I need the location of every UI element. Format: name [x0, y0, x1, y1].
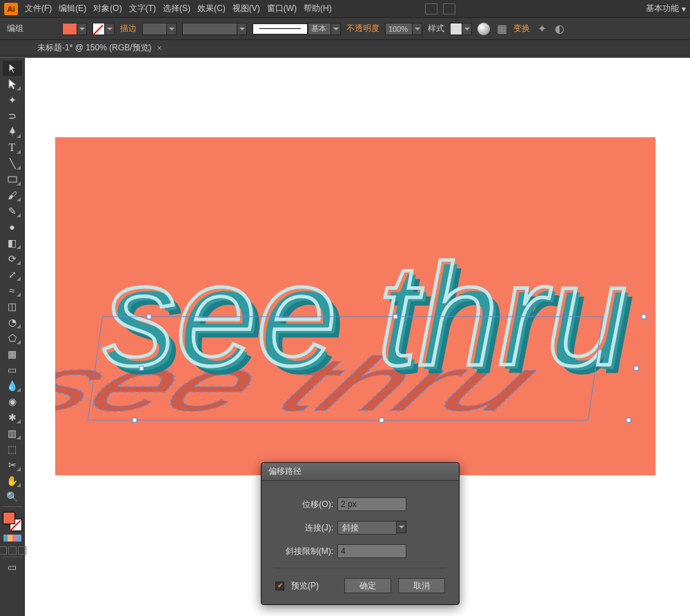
menu-view[interactable]: 视图(V): [233, 3, 260, 14]
tool-panel: ✦ ⊃ T ╲ 🖌 ✎ ● ◧ ⟳ ⤢ ≈ ◫ ◔ ⬠ ▦ ▭ 💧 ◉ ✱ ▥ …: [0, 58, 25, 616]
stroke-weight-field[interactable]: [142, 23, 167, 35]
style-label: 样式: [428, 23, 444, 34]
stroke-preview: [253, 23, 308, 34]
join-label: 连接(J):: [275, 522, 337, 534]
svg-rect-4: [147, 315, 151, 319]
transform-link[interactable]: 变换: [513, 23, 530, 34]
layout-icon-2[interactable]: [443, 3, 455, 14]
svg-rect-6: [642, 315, 646, 319]
var-width-control[interactable]: [182, 23, 247, 35]
document-tab[interactable]: 未标题-1* @ 150% (RGB/预览) ×: [30, 42, 169, 54]
menu-select[interactable]: 选择(S): [163, 3, 190, 14]
opacity-control[interactable]: 100%: [385, 23, 422, 35]
offset-label: 位移(O):: [275, 499, 337, 510]
opacity-field[interactable]: 100%: [385, 23, 413, 35]
main-text-group: see thru see thru see thru: [103, 234, 635, 404]
stroke-color-dd-arrow: [105, 23, 115, 35]
stroke-link[interactable]: 描边: [120, 23, 137, 34]
document-title: 未标题-1* @ 150% (RGB/预览): [37, 42, 152, 54]
none-swatch: [92, 23, 105, 35]
var-width-field: [182, 23, 237, 35]
document-tab-bar: 未标题-1* @ 150% (RGB/预览) ×: [0, 40, 690, 57]
var-width-arrow: [237, 23, 247, 35]
selection-tool[interactable]: [3, 61, 22, 76]
svg-rect-5: [393, 315, 397, 319]
draw-mode-icons[interactable]: [0, 546, 26, 555]
opacity-link[interactable]: 不透明度: [346, 23, 379, 34]
join-value: 斜接: [337, 521, 397, 535]
fill-dd-arrow: [77, 23, 87, 35]
join-select-arrow: [397, 521, 406, 533]
join-select[interactable]: 斜接: [337, 521, 406, 535]
cancel-button[interactable]: 取消: [398, 578, 445, 593]
stroke-color-control[interactable]: [92, 23, 115, 35]
stroke-weight-arrow: [167, 23, 177, 35]
svg-rect-11: [634, 366, 638, 370]
edit-icon[interactable]: ◐: [553, 23, 566, 35]
style-arrow: [462, 23, 472, 35]
mesh-tool[interactable]: ▦: [3, 346, 22, 361]
workspace-label-text: 基本功能: [646, 3, 679, 14]
align-icon[interactable]: ▦: [495, 23, 508, 35]
opacity-arrow: [413, 23, 422, 35]
magic-wand-tool[interactable]: ✦: [3, 92, 22, 108]
menu-edit[interactable]: 编辑(E): [59, 3, 86, 14]
check-mark-icon: ✔: [277, 582, 283, 589]
menu-file[interactable]: 文件(F): [25, 3, 52, 14]
fill-indicator: [3, 512, 15, 524]
menu-help[interactable]: 帮助(H): [304, 3, 332, 14]
miter-label: 斜接限制(M):: [275, 546, 337, 557]
lasso-tool[interactable]: ⊃: [3, 108, 22, 123]
screen-mode-tool[interactable]: ▭: [3, 559, 22, 575]
artboard: see thru see thru see thru see thru: [55, 137, 656, 475]
layout-icon-1[interactable]: [425, 3, 437, 14]
style-control[interactable]: [450, 23, 472, 35]
stroke-style-label: 基本: [308, 23, 331, 35]
svg-rect-7: [132, 418, 137, 422]
fill-stroke-indicator[interactable]: [3, 512, 22, 531]
zoom-tool[interactable]: 🔍: [3, 489, 22, 504]
svg-rect-12: [8, 177, 17, 182]
blob-brush-tool[interactable]: ●: [3, 219, 22, 235]
menu-window[interactable]: 窗口(W): [267, 3, 297, 14]
recolor-icon[interactable]: [477, 23, 490, 35]
preview-checkbox[interactable]: ✔: [275, 582, 284, 590]
gradient-tool[interactable]: ▭: [3, 362, 22, 377]
isolate-icon[interactable]: ✦: [535, 23, 548, 35]
svg-rect-8: [379, 418, 384, 422]
menu-bar: Ai 文件(F) 编辑(E) 对象(O) 文字(T) 选择(S) 效果(C) 视…: [0, 0, 690, 17]
style-swatch: [450, 23, 462, 35]
stroke-weight-control[interactable]: [142, 23, 177, 35]
options-bar: 编组 描边 基本 不透明度 100% 样式 ▦ 变换 ✦ ◐: [0, 17, 690, 40]
ok-button[interactable]: 确定: [344, 578, 391, 593]
brush-profile-control[interactable]: 基本: [253, 23, 341, 35]
svg-rect-9: [627, 418, 631, 422]
color-strip[interactable]: [3, 535, 21, 542]
svg-rect-10: [139, 366, 144, 370]
menu-type[interactable]: 文字(T): [129, 3, 156, 14]
offset-input[interactable]: [337, 497, 406, 511]
menu-object[interactable]: 对象(O): [93, 3, 121, 14]
offset-path-dialog: 偏移路径 位移(O): 连接(J): 斜接 斜接限制(M): ✔ 预览(P) 确…: [261, 462, 460, 605]
fill-color-control[interactable]: [62, 23, 87, 35]
artboard-tool[interactable]: ⬚: [3, 441, 22, 457]
menu-effect[interactable]: 效果(C): [197, 3, 226, 14]
workspace-switcher[interactable]: 基本功能 ▾: [646, 3, 686, 14]
preview-label: 预览(P): [291, 580, 319, 592]
miter-input[interactable]: [337, 544, 406, 558]
group-label: 编组: [7, 23, 23, 34]
chevron-down-icon: ▾: [682, 4, 686, 14]
dialog-title: 偏移路径: [262, 463, 459, 481]
blend-tool[interactable]: ◉: [3, 394, 22, 409]
svg-text:see thru: see thru: [103, 234, 627, 396]
close-icon[interactable]: ×: [157, 43, 162, 53]
free-transform-tool[interactable]: ◫: [3, 299, 22, 314]
app-logo: Ai: [4, 3, 18, 15]
brush-profile-arrow: [331, 23, 341, 35]
fill-swatch: [62, 23, 77, 35]
